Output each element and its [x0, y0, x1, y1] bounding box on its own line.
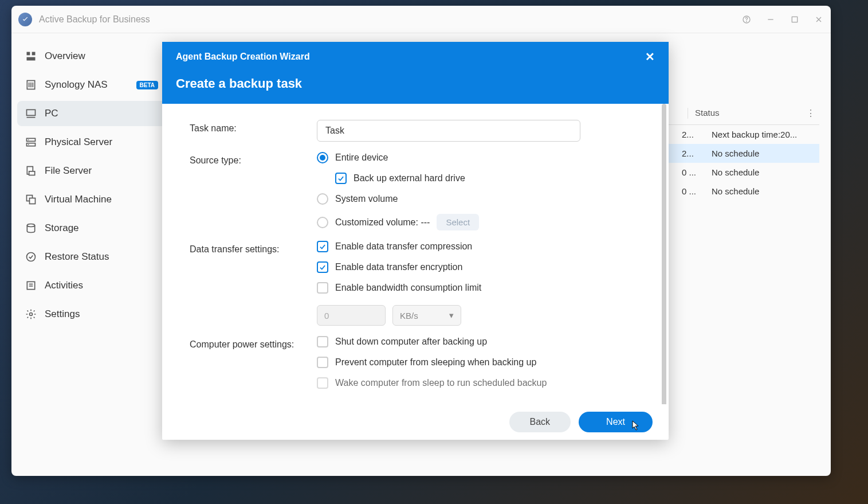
modal-footer: Back Next: [162, 404, 669, 440]
modal-body: Task name: Source type: Entire device Ba…: [162, 104, 669, 404]
sidebar-item-label: PC: [45, 108, 58, 119]
pc-icon: [25, 108, 37, 119]
maximize-icon[interactable]: [790, 14, 800, 25]
sidebar-item-pc[interactable]: PC: [17, 101, 166, 126]
modal-title: Agent Backup Creation Wizard: [176, 52, 310, 62]
restore-icon: [25, 251, 37, 263]
beta-badge: BETA: [136, 81, 158, 89]
sidebar-item-label: Physical Server: [45, 136, 112, 148]
checkbox-icon: [317, 336, 328, 347]
checkbox-prevent-sleep[interactable]: Prevent computer from sleeping when back…: [317, 357, 645, 368]
sidebar-item-synology-nas[interactable]: Synology NAS BETA: [17, 72, 166, 97]
svg-point-17: [28, 139, 29, 140]
checkbox-bandwidth[interactable]: Enable bandwidth consumption limit: [317, 282, 645, 294]
sidebar-item-label: Overview: [45, 50, 85, 62]
minimize-icon[interactable]: [765, 14, 776, 25]
svg-point-23: [27, 224, 34, 227]
sidebar: Overview Synology NAS BETA PC Physical S…: [11, 33, 172, 476]
titlebar: Active Backup for Business: [11, 6, 831, 33]
sidebar-item-label: Activities: [45, 280, 83, 291]
nas-icon: [25, 79, 37, 91]
vm-icon: [25, 194, 37, 205]
gear-icon: [25, 308, 37, 320]
svg-rect-7: [32, 52, 36, 56]
svg-rect-15: [27, 138, 36, 141]
sidebar-item-label: File Server: [45, 165, 92, 177]
sidebar-item-restore-status[interactable]: Restore Status: [17, 244, 166, 269]
bandwidth-unit-select: KB/s ▾: [392, 305, 461, 326]
sidebar-item-overview[interactable]: Overview: [17, 44, 166, 69]
svg-point-18: [28, 144, 29, 145]
app-icon: [18, 13, 32, 26]
svg-rect-3: [792, 17, 797, 22]
radio-icon: [317, 217, 328, 228]
backup-wizard-modal: Agent Backup Creation Wizard ✕ Create a …: [162, 42, 669, 440]
checkbox-icon: [317, 357, 328, 368]
back-button[interactable]: Back: [509, 412, 571, 432]
power-settings-label: Computer power settings:: [190, 336, 317, 350]
svg-point-27: [30, 313, 33, 316]
table-menu-icon[interactable]: ⋮: [802, 108, 819, 119]
cursor-icon: [632, 420, 640, 431]
overview-icon: [25, 50, 37, 62]
activities-icon: [25, 280, 37, 291]
select-volume-button[interactable]: Select: [437, 214, 479, 230]
chevron-down-icon: ▾: [449, 310, 454, 321]
modal-header: Agent Backup Creation Wizard ✕ Create a …: [162, 42, 669, 104]
svg-rect-13: [27, 110, 36, 115]
sidebar-item-settings[interactable]: Settings: [17, 302, 166, 327]
svg-point-1: [747, 21, 747, 22]
sidebar-item-virtual-machine[interactable]: Virtual Machine: [17, 187, 166, 212]
sidebar-item-label: Restore Status: [45, 251, 109, 263]
checkbox-icon: [335, 173, 347, 184]
sidebar-item-storage[interactable]: Storage: [17, 216, 166, 241]
sidebar-item-file-server[interactable]: File Server: [17, 158, 166, 183]
source-type-label: Source type:: [190, 152, 317, 166]
bandwidth-value-input: [317, 305, 386, 326]
sidebar-item-activities[interactable]: Activities: [17, 273, 166, 298]
file-server-icon: [25, 165, 37, 177]
server-icon: [25, 136, 37, 148]
svg-rect-8: [27, 57, 36, 61]
radio-icon: [317, 193, 328, 205]
storage-icon: [25, 222, 37, 234]
checkbox-icon: [317, 377, 328, 389]
svg-rect-20: [29, 171, 35, 175]
data-transfer-label: Data transfer settings:: [190, 241, 317, 255]
radio-entire-device[interactable]: Entire device: [317, 152, 645, 163]
checkbox-compression[interactable]: Enable data transfer compression: [317, 241, 645, 252]
sidebar-item-physical-server[interactable]: Physical Server: [17, 130, 166, 155]
modal-subtitle: Create a backup task: [176, 76, 655, 91]
status-header[interactable]: Status: [688, 108, 802, 119]
checkbox-external-drive[interactable]: Back up external hard drive: [317, 173, 645, 184]
checkbox-icon: [317, 261, 328, 273]
checkbox-icon: [317, 241, 328, 252]
task-name-label: Task name:: [190, 120, 317, 134]
task-name-input[interactable]: [317, 120, 580, 142]
scrollbar[interactable]: [662, 104, 666, 404]
sidebar-item-label: Synology NAS: [45, 79, 108, 91]
sidebar-item-label: Virtual Machine: [45, 194, 112, 205]
radio-customized-volume[interactable]: Customized volume: --- Select: [317, 214, 645, 230]
next-button[interactable]: Next: [579, 412, 653, 432]
close-icon[interactable]: [814, 14, 824, 25]
sidebar-item-label: Storage: [45, 222, 79, 234]
radio-icon: [317, 152, 328, 163]
checkbox-encryption[interactable]: Enable data transfer encryption: [317, 261, 645, 273]
svg-rect-22: [30, 198, 36, 204]
checkbox-shutdown[interactable]: Shut down computer after backing up: [317, 336, 645, 347]
sidebar-item-label: Settings: [45, 308, 80, 320]
svg-rect-6: [27, 52, 30, 56]
svg-rect-16: [27, 143, 36, 146]
checkbox-icon: [317, 282, 328, 294]
app-title: Active Backup for Business: [39, 14, 150, 25]
close-icon[interactable]: ✕: [645, 50, 655, 64]
radio-system-volume[interactable]: System volume: [317, 193, 645, 205]
checkbox-wake[interactable]: Wake computer from sleep to run schedule…: [317, 377, 645, 389]
help-icon[interactable]: [741, 14, 752, 25]
